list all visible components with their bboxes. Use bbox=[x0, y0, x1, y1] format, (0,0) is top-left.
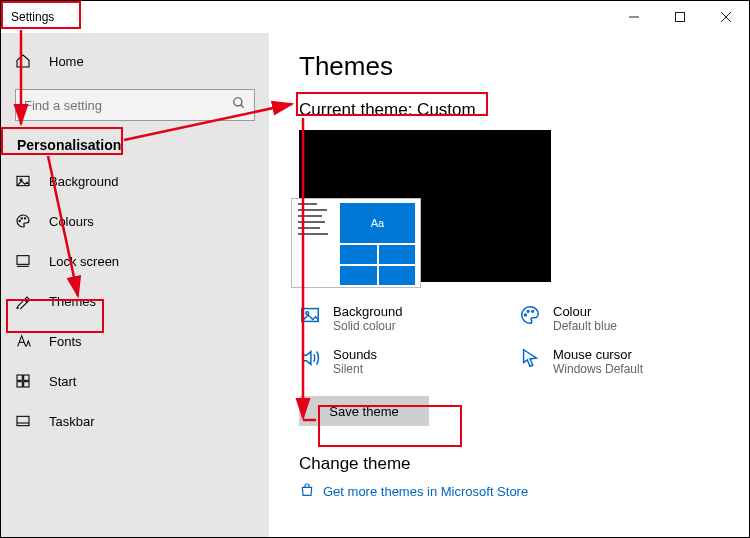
option-subtitle: Default blue bbox=[553, 319, 617, 333]
content-pane: Themes Current theme: Custom Aa bbox=[269, 33, 749, 537]
svg-rect-16 bbox=[17, 382, 22, 387]
svg-rect-14 bbox=[17, 375, 22, 380]
maximize-button[interactable] bbox=[657, 1, 703, 33]
titlebar: Settings bbox=[1, 1, 749, 33]
picture-icon bbox=[299, 304, 321, 326]
sidebar-item-taskbar[interactable]: Taskbar bbox=[1, 401, 269, 441]
home-icon bbox=[15, 53, 35, 69]
theme-option-background[interactable]: Background Solid colour bbox=[299, 302, 499, 335]
svg-point-4 bbox=[234, 98, 242, 106]
option-subtitle: Windows Default bbox=[553, 362, 643, 376]
close-button[interactable] bbox=[703, 1, 749, 33]
svg-point-24 bbox=[532, 310, 534, 312]
svg-point-23 bbox=[527, 310, 529, 312]
theme-preview-window: Aa bbox=[291, 198, 421, 288]
sidebar-item-colours[interactable]: Colours bbox=[1, 201, 269, 241]
theme-option-cursor[interactable]: Mouse cursor Windows Default bbox=[519, 345, 719, 378]
nav-home-label: Home bbox=[49, 54, 84, 69]
settings-window: Settings Home bbox=[0, 0, 750, 538]
svg-rect-1 bbox=[676, 13, 685, 22]
option-title: Background bbox=[333, 304, 402, 319]
cursor-icon bbox=[519, 347, 541, 369]
minimize-button[interactable] bbox=[611, 1, 657, 33]
svg-rect-18 bbox=[17, 416, 29, 425]
search-icon bbox=[232, 96, 246, 114]
sidebar-item-label: Background bbox=[49, 174, 118, 189]
search-box[interactable] bbox=[15, 89, 255, 121]
svg-point-22 bbox=[525, 314, 527, 316]
svg-rect-11 bbox=[17, 256, 29, 265]
picture-icon bbox=[15, 173, 35, 189]
sidebar-item-start[interactable]: Start bbox=[1, 361, 269, 401]
window-title: Settings bbox=[1, 10, 54, 24]
theme-option-colour[interactable]: Colour Default blue bbox=[519, 302, 719, 335]
theme-preview-tile-sample: Aa bbox=[340, 203, 415, 243]
sidebar-item-background[interactable]: Background bbox=[1, 161, 269, 201]
svg-rect-17 bbox=[24, 382, 29, 387]
svg-rect-15 bbox=[24, 375, 29, 380]
search-input[interactable] bbox=[24, 98, 232, 113]
theme-option-sounds[interactable]: Sounds Silent bbox=[299, 345, 499, 378]
sidebar-item-fonts[interactable]: Fonts bbox=[1, 321, 269, 361]
change-theme-heading: Change theme bbox=[299, 454, 719, 474]
palette-icon bbox=[519, 304, 541, 326]
lockscreen-icon bbox=[15, 253, 35, 269]
option-title: Sounds bbox=[333, 347, 377, 362]
save-theme-button[interactable]: Save theme bbox=[299, 396, 429, 426]
svg-point-8 bbox=[19, 220, 20, 221]
sidebar-item-label: Themes bbox=[49, 294, 96, 309]
sidebar-item-label: Fonts bbox=[49, 334, 82, 349]
start-icon bbox=[15, 373, 35, 389]
theme-preview: Aa bbox=[299, 130, 551, 282]
themes-icon bbox=[15, 293, 35, 309]
store-link[interactable]: Get more themes in Microsoft Store bbox=[299, 482, 719, 501]
option-subtitle: Silent bbox=[333, 362, 377, 376]
sidebar-item-label: Lock screen bbox=[49, 254, 119, 269]
store-link-text: Get more themes in Microsoft Store bbox=[323, 484, 528, 499]
sidebar-item-label: Taskbar bbox=[49, 414, 95, 429]
option-title: Colour bbox=[553, 304, 617, 319]
current-theme-label: Current theme: Custom bbox=[299, 100, 719, 120]
sidebar-item-label: Colours bbox=[49, 214, 94, 229]
taskbar-icon bbox=[15, 413, 35, 429]
option-title: Mouse cursor bbox=[553, 347, 643, 362]
sidebar-item-lockscreen[interactable]: Lock screen bbox=[1, 241, 269, 281]
sidebar-item-label: Start bbox=[49, 374, 76, 389]
svg-point-9 bbox=[21, 218, 22, 219]
option-subtitle: Solid colour bbox=[333, 319, 402, 333]
svg-point-10 bbox=[24, 218, 25, 219]
sidebar-item-themes[interactable]: Themes bbox=[1, 281, 269, 321]
section-header-personalisation: Personalisation bbox=[1, 129, 269, 161]
store-icon bbox=[299, 482, 315, 501]
sidebar: Home Personalisation Background bbox=[1, 33, 269, 537]
nav-home[interactable]: Home bbox=[1, 41, 269, 81]
page-title: Themes bbox=[299, 51, 719, 82]
fonts-icon bbox=[15, 333, 35, 349]
svg-line-5 bbox=[241, 105, 244, 108]
palette-icon bbox=[15, 213, 35, 229]
sound-icon bbox=[299, 347, 321, 369]
